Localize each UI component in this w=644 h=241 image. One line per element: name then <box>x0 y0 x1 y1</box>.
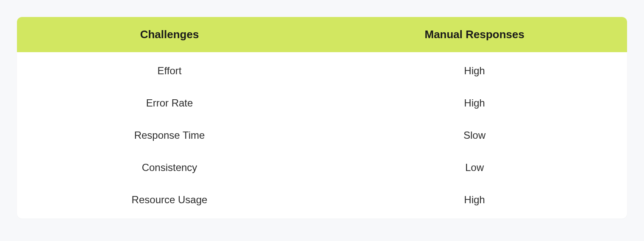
response-cell: High <box>322 87 627 119</box>
table-body: Effort High Error Rate High Response Tim… <box>17 52 627 219</box>
header-challenges: Challenges <box>17 17 322 52</box>
comparison-table: Challenges Manual Responses Effort High … <box>17 17 627 219</box>
header-manual-responses: Manual Responses <box>322 17 627 52</box>
table-row: Effort High <box>17 52 627 87</box>
response-cell: High <box>322 184 627 219</box>
challenge-cell: Response Time <box>17 119 322 151</box>
table-row: Resource Usage High <box>17 184 627 219</box>
challenge-cell: Error Rate <box>17 87 322 119</box>
table-row: Error Rate High <box>17 87 627 119</box>
response-cell: Slow <box>322 119 627 151</box>
table-header: Challenges Manual Responses <box>17 17 627 52</box>
challenge-cell: Resource Usage <box>17 184 322 219</box>
table-row: Response Time Slow <box>17 119 627 151</box>
table-row: Consistency Low <box>17 151 627 184</box>
table-header-row: Challenges Manual Responses <box>17 17 627 52</box>
comparison-table-container: Challenges Manual Responses Effort High … <box>17 17 627 219</box>
challenge-cell: Effort <box>17 52 322 87</box>
response-cell: High <box>322 52 627 87</box>
challenge-cell: Consistency <box>17 151 322 184</box>
response-cell: Low <box>322 151 627 184</box>
